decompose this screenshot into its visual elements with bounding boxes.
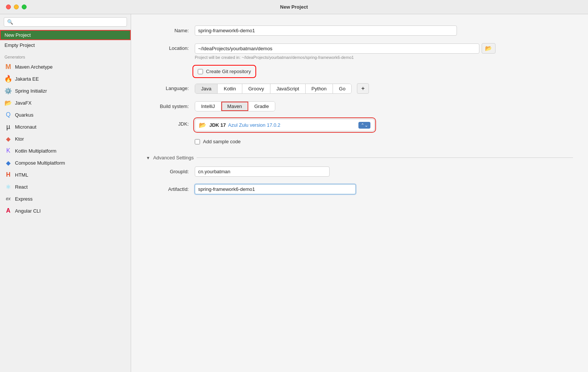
language-groovy-button[interactable]: Groovy	[242, 84, 270, 93]
name-label: Name:	[146, 26, 195, 33]
sidebar-item-jakarta-ee[interactable]: 🔥 Jakarta EE	[0, 73, 131, 85]
minimize-button[interactable]	[14, 4, 19, 9]
sidebar-item-maven-archetype[interactable]: M Maven Archetype	[0, 61, 131, 73]
location-wrap: 📂	[195, 43, 502, 54]
maven-archetype-icon: M	[4, 63, 12, 70]
ktor-icon: ◆	[4, 135, 12, 142]
window-title: New Project	[280, 4, 308, 10]
location-label: Location:	[146, 43, 195, 51]
language-javascript-button[interactable]: JavaScript	[270, 84, 306, 93]
advanced-settings-header[interactable]: ▼ Advanced Settings	[146, 155, 573, 160]
language-go-button[interactable]: Go	[333, 84, 351, 93]
location-row: Location: 📂 Project will be created in: …	[146, 43, 573, 60]
artifactid-row: ArtifactId:	[146, 184, 573, 194]
javafx-label: JavaFX	[15, 100, 31, 106]
sidebar-item-new-project[interactable]: New Project	[0, 30, 131, 40]
artifactid-input[interactable]	[195, 184, 356, 194]
language-kotlin-button[interactable]: Kotlin	[218, 84, 242, 93]
spring-initializr-icon: ⚙️	[4, 87, 12, 94]
sidebar-item-html[interactable]: H HTML	[0, 169, 131, 181]
build-system-row: Build system: IntelliJ Maven Gradle	[146, 101, 573, 111]
html-icon: H	[4, 171, 12, 178]
build-system-button-group: IntelliJ Maven Gradle	[195, 101, 275, 111]
micronaut-label: Micronaut	[15, 124, 36, 130]
sidebar-new-project-label: New Project	[4, 32, 31, 38]
folder-browse-button[interactable]: 📂	[482, 43, 495, 54]
sidebar-item-react[interactable]: ⚛ React	[0, 181, 131, 193]
sidebar-item-spring-initializr[interactable]: ⚙️ Spring Initializr	[0, 85, 131, 97]
jakarta-ee-label: Jakarta EE	[15, 76, 39, 82]
sidebar-item-angular-cli[interactable]: A Angular CLI	[0, 205, 131, 217]
angular-cli-icon: A	[4, 207, 12, 214]
add-sample-checkbox[interactable]	[195, 139, 200, 144]
sidebar-item-kotlin-multiplatform[interactable]: K Kotlin Multiplatform	[0, 145, 131, 157]
create-git-checkbox[interactable]	[198, 69, 203, 74]
sidebar-empty-project-label: Empty Project	[4, 42, 35, 48]
name-row: Name:	[146, 26, 573, 36]
build-intellij-button[interactable]: IntelliJ	[195, 102, 221, 111]
compose-multiplatform-label: Compose Multiplatform	[15, 160, 65, 166]
location-control: 📂 Project will be created in: ~/IdeaProj…	[195, 43, 573, 60]
name-input[interactable]	[195, 26, 457, 36]
spring-initializr-label: Spring Initializr	[15, 88, 47, 94]
language-control: Java Kotlin Groovy JavaScript Python Go …	[195, 83, 573, 94]
jdk-arrow-icon: ⌃⌄	[358, 122, 370, 129]
advanced-settings-label: Advanced Settings	[153, 155, 194, 160]
sidebar-item-empty-project[interactable]: Empty Project	[0, 40, 131, 50]
build-system-label: Build system:	[146, 101, 195, 109]
language-add-button[interactable]: +	[357, 83, 369, 94]
language-label: Language:	[146, 83, 195, 91]
quarkus-label: Quarkus	[15, 112, 33, 118]
add-sample-row: Add sample code	[146, 139, 573, 144]
sidebar: 🔍 New Project Empty Project Generators M…	[0, 14, 131, 372]
jdk-dropdown[interactable]: 📂 JDK 17 Azul Zulu version 17.0.2 ⌃⌄	[195, 119, 375, 131]
build-maven-button[interactable]: Maven	[221, 102, 248, 111]
angular-cli-label: Angular CLI	[15, 208, 41, 214]
location-hint: Project will be created in: ~/IdeaProjec…	[195, 55, 573, 60]
sidebar-item-quarkus[interactable]: Q Quarkus	[0, 109, 131, 121]
artifactid-control	[195, 184, 573, 194]
build-system-control: IntelliJ Maven Gradle	[195, 101, 573, 111]
language-row: Language: Java Kotlin Groovy JavaScript …	[146, 83, 573, 94]
add-sample-label: Add sample code	[203, 139, 240, 144]
language-button-group: Java Kotlin Groovy JavaScript Python Go	[195, 84, 352, 94]
groupid-input[interactable]	[195, 166, 330, 177]
main-container: 🔍 New Project Empty Project Generators M…	[0, 14, 588, 372]
express-label: Express	[15, 196, 33, 202]
jakarta-ee-icon: 🔥	[4, 75, 12, 82]
content-area: Name: Location: 📂 Project will be create…	[131, 14, 588, 372]
traffic-lights	[6, 4, 27, 9]
search-input-wrap[interactable]: 🔍	[4, 17, 127, 27]
react-label: React	[15, 184, 28, 190]
jdk-folder-icon: 📂	[199, 122, 206, 129]
name-control	[195, 26, 573, 36]
quarkus-icon: Q	[4, 111, 12, 118]
sidebar-generators-label: Generators	[0, 50, 131, 61]
micronaut-icon: µ	[4, 123, 12, 130]
javafx-icon: 📂	[4, 99, 12, 106]
groupid-control	[195, 166, 573, 177]
kotlin-multiplatform-icon: K	[4, 147, 12, 154]
sidebar-item-compose-multiplatform[interactable]: ◆ Compose Multiplatform	[0, 157, 131, 169]
location-input[interactable]	[195, 44, 479, 54]
jdk-detail-text: Azul Zulu version 17.0.2	[228, 122, 280, 128]
sidebar-item-ktor[interactable]: ◆ Ktor	[0, 133, 131, 145]
build-gradle-button[interactable]: Gradle	[248, 102, 275, 111]
compose-multiplatform-icon: ◆	[4, 159, 12, 166]
search-bar: 🔍	[0, 14, 131, 30]
ktor-label: Ktor	[15, 136, 24, 142]
language-java-button[interactable]: Java	[195, 84, 218, 93]
jdk-control: 📂 JDK 17 Azul Zulu version 17.0.2 ⌃⌄	[195, 119, 573, 131]
sidebar-item-javafx[interactable]: 📂 JavaFX	[0, 97, 131, 109]
search-input[interactable]	[15, 19, 124, 25]
maximize-button[interactable]	[22, 4, 27, 9]
close-button[interactable]	[6, 4, 11, 9]
jdk-label: JDK:	[146, 119, 195, 127]
jdk-row: JDK: 📂 JDK 17 Azul Zulu version 17.0.2 ⌃…	[146, 119, 573, 131]
language-python-button[interactable]: Python	[306, 84, 333, 93]
html-label: HTML	[15, 172, 28, 178]
sidebar-item-express[interactable]: ex Express	[0, 193, 131, 205]
title-bar: New Project	[0, 0, 588, 14]
artifactid-label: ArtifactId:	[146, 184, 195, 192]
sidebar-item-micronaut[interactable]: µ Micronaut	[0, 121, 131, 133]
